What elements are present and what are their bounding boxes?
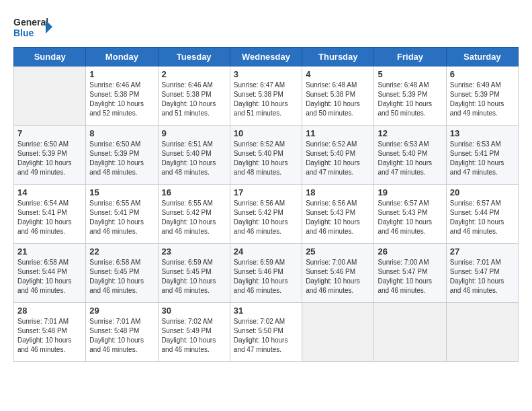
calendar-cell: 12Sunrise: 6:53 AM Sunset: 5:40 PM Dayli… <box>374 126 446 185</box>
day-info: Sunrise: 7:00 AM Sunset: 5:46 PM Dayligh… <box>306 258 370 295</box>
calendar-cell: 11Sunrise: 6:52 AM Sunset: 5:40 PM Dayli… <box>302 126 374 185</box>
day-number: 29 <box>89 306 154 316</box>
day-header-monday: Monday <box>86 48 158 66</box>
day-number: 8 <box>89 128 154 138</box>
day-number: 17 <box>234 187 298 197</box>
day-number: 4 <box>306 69 370 79</box>
day-info: Sunrise: 6:48 AM Sunset: 5:38 PM Dayligh… <box>306 81 370 118</box>
calendar-cell: 1Sunrise: 6:46 AM Sunset: 5:38 PM Daylig… <box>86 66 158 126</box>
day-number: 5 <box>378 69 442 79</box>
calendar-cell: 15Sunrise: 6:55 AM Sunset: 5:41 PM Dayli… <box>86 185 158 244</box>
calendar-cell: 16Sunrise: 6:55 AM Sunset: 5:42 PM Dayli… <box>158 185 230 244</box>
day-header-wednesday: Wednesday <box>230 48 302 66</box>
calendar-cell: 24Sunrise: 6:59 AM Sunset: 5:46 PM Dayli… <box>230 244 302 303</box>
calendar-cell: 3Sunrise: 6:47 AM Sunset: 5:38 PM Daylig… <box>230 66 302 126</box>
calendar-cell: 28Sunrise: 7:01 AM Sunset: 5:48 PM Dayli… <box>14 303 86 362</box>
day-number: 18 <box>306 187 370 197</box>
day-info: Sunrise: 7:02 AM Sunset: 5:50 PM Dayligh… <box>234 317 298 355</box>
days-header-row: SundayMondayTuesdayWednesdayThursdayFrid… <box>14 48 519 66</box>
calendar-cell <box>446 303 518 362</box>
day-header-friday: Friday <box>374 48 446 66</box>
day-number: 15 <box>89 187 154 197</box>
calendar-cell: 21Sunrise: 6:58 AM Sunset: 5:44 PM Dayli… <box>14 244 86 303</box>
day-info: Sunrise: 6:47 AM Sunset: 5:38 PM Dayligh… <box>234 81 298 118</box>
calendar-cell: 26Sunrise: 7:00 AM Sunset: 5:47 PM Dayli… <box>374 244 446 303</box>
day-info: Sunrise: 6:55 AM Sunset: 5:41 PM Dayligh… <box>89 199 154 236</box>
day-number: 27 <box>450 246 515 257</box>
day-info: Sunrise: 6:54 AM Sunset: 5:41 PM Dayligh… <box>17 199 82 236</box>
calendar-cell: 30Sunrise: 7:02 AM Sunset: 5:49 PM Dayli… <box>158 303 230 362</box>
day-number: 6 <box>450 69 515 79</box>
day-info: Sunrise: 6:58 AM Sunset: 5:44 PM Dayligh… <box>17 258 82 295</box>
calendar-cell: 14Sunrise: 6:54 AM Sunset: 5:41 PM Dayli… <box>14 185 86 244</box>
day-info: Sunrise: 6:56 AM Sunset: 5:43 PM Dayligh… <box>306 199 370 236</box>
logo-svg: GeneralBlue <box>13 13 54 40</box>
day-number: 28 <box>17 306 82 316</box>
svg-text:General: General <box>13 17 48 28</box>
calendar-cell: 22Sunrise: 6:58 AM Sunset: 5:45 PM Dayli… <box>86 244 158 303</box>
day-number: 31 <box>234 306 298 316</box>
day-info: Sunrise: 7:00 AM Sunset: 5:47 PM Dayligh… <box>378 258 442 295</box>
day-number: 2 <box>162 69 226 79</box>
page-header: GeneralBlue <box>13 13 519 40</box>
day-info: Sunrise: 6:46 AM Sunset: 5:38 PM Dayligh… <box>162 81 226 118</box>
day-info: Sunrise: 6:55 AM Sunset: 5:42 PM Dayligh… <box>162 199 226 236</box>
day-info: Sunrise: 6:48 AM Sunset: 5:39 PM Dayligh… <box>378 81 442 118</box>
day-number: 10 <box>234 128 298 138</box>
calendar-cell: 8Sunrise: 6:50 AM Sunset: 5:39 PM Daylig… <box>86 126 158 185</box>
day-header-tuesday: Tuesday <box>158 48 230 66</box>
calendar-cell <box>302 303 374 362</box>
week-row-1: 1Sunrise: 6:46 AM Sunset: 5:38 PM Daylig… <box>14 66 519 126</box>
calendar-cell: 7Sunrise: 6:50 AM Sunset: 5:39 PM Daylig… <box>14 126 86 185</box>
calendar-cell: 23Sunrise: 6:59 AM Sunset: 5:45 PM Dayli… <box>158 244 230 303</box>
day-header-saturday: Saturday <box>446 48 518 66</box>
day-number: 11 <box>306 128 370 138</box>
day-info: Sunrise: 6:59 AM Sunset: 5:45 PM Dayligh… <box>162 258 226 295</box>
calendar-cell: 18Sunrise: 6:56 AM Sunset: 5:43 PM Dayli… <box>302 185 374 244</box>
day-info: Sunrise: 6:57 AM Sunset: 5:44 PM Dayligh… <box>450 199 515 236</box>
day-number: 1 <box>89 69 154 79</box>
week-row-5: 28Sunrise: 7:01 AM Sunset: 5:48 PM Dayli… <box>14 303 519 362</box>
calendar-cell: 27Sunrise: 7:01 AM Sunset: 5:47 PM Dayli… <box>446 244 518 303</box>
day-number: 24 <box>234 246 298 257</box>
day-info: Sunrise: 6:52 AM Sunset: 5:40 PM Dayligh… <box>306 140 370 177</box>
day-number: 23 <box>162 246 226 257</box>
day-info: Sunrise: 6:58 AM Sunset: 5:45 PM Dayligh… <box>89 258 154 295</box>
day-info: Sunrise: 6:56 AM Sunset: 5:42 PM Dayligh… <box>234 199 298 236</box>
day-number: 13 <box>450 128 515 138</box>
day-header-sunday: Sunday <box>14 48 86 66</box>
calendar-cell: 5Sunrise: 6:48 AM Sunset: 5:39 PM Daylig… <box>374 66 446 126</box>
day-info: Sunrise: 6:53 AM Sunset: 5:41 PM Dayligh… <box>450 140 515 177</box>
day-info: Sunrise: 6:57 AM Sunset: 5:43 PM Dayligh… <box>378 199 442 236</box>
calendar-table: SundayMondayTuesdayWednesdayThursdayFrid… <box>13 47 519 362</box>
calendar-cell: 4Sunrise: 6:48 AM Sunset: 5:38 PM Daylig… <box>302 66 374 126</box>
day-number: 25 <box>306 246 370 257</box>
day-number: 7 <box>17 128 82 138</box>
calendar-cell: 2Sunrise: 6:46 AM Sunset: 5:38 PM Daylig… <box>158 66 230 126</box>
day-number: 20 <box>450 187 515 197</box>
calendar-cell: 31Sunrise: 7:02 AM Sunset: 5:50 PM Dayli… <box>230 303 302 362</box>
calendar-cell: 10Sunrise: 6:52 AM Sunset: 5:40 PM Dayli… <box>230 126 302 185</box>
calendar-cell: 19Sunrise: 6:57 AM Sunset: 5:43 PM Dayli… <box>374 185 446 244</box>
day-info: Sunrise: 6:52 AM Sunset: 5:40 PM Dayligh… <box>234 140 298 177</box>
day-number: 22 <box>89 246 154 257</box>
calendar-cell <box>374 303 446 362</box>
day-number: 16 <box>162 187 226 197</box>
day-number: 21 <box>17 246 82 257</box>
day-info: Sunrise: 7:02 AM Sunset: 5:49 PM Dayligh… <box>162 317 226 355</box>
day-info: Sunrise: 6:59 AM Sunset: 5:46 PM Dayligh… <box>234 258 298 295</box>
calendar-cell: 6Sunrise: 6:49 AM Sunset: 5:39 PM Daylig… <box>446 66 518 126</box>
week-row-4: 21Sunrise: 6:58 AM Sunset: 5:44 PM Dayli… <box>14 244 519 303</box>
day-info: Sunrise: 7:01 AM Sunset: 5:48 PM Dayligh… <box>89 317 154 355</box>
day-info: Sunrise: 6:46 AM Sunset: 5:38 PM Dayligh… <box>89 81 154 118</box>
day-number: 12 <box>378 128 442 138</box>
day-number: 26 <box>378 246 442 257</box>
calendar-cell: 13Sunrise: 6:53 AM Sunset: 5:41 PM Dayli… <box>446 126 518 185</box>
calendar-cell: 20Sunrise: 6:57 AM Sunset: 5:44 PM Dayli… <box>446 185 518 244</box>
day-header-thursday: Thursday <box>302 48 374 66</box>
calendar-cell: 17Sunrise: 6:56 AM Sunset: 5:42 PM Dayli… <box>230 185 302 244</box>
day-number: 30 <box>162 306 226 316</box>
week-row-2: 7Sunrise: 6:50 AM Sunset: 5:39 PM Daylig… <box>14 126 519 185</box>
week-row-3: 14Sunrise: 6:54 AM Sunset: 5:41 PM Dayli… <box>14 185 519 244</box>
day-info: Sunrise: 7:01 AM Sunset: 5:47 PM Dayligh… <box>450 258 515 295</box>
